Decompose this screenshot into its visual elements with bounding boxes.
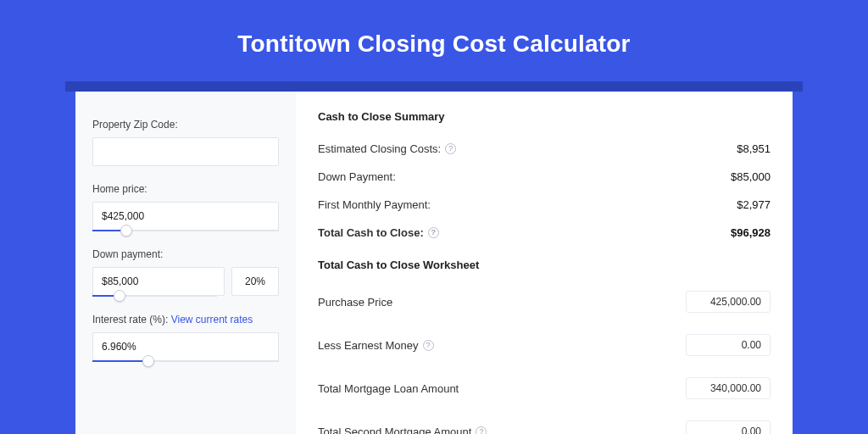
- help-icon[interactable]: ?: [423, 340, 434, 351]
- zip-input[interactable]: [92, 137, 279, 166]
- zip-label: Property Zip Code:: [92, 119, 279, 131]
- interest-rate-input[interactable]: [92, 332, 279, 361]
- help-icon[interactable]: ?: [428, 227, 439, 238]
- worksheet-row: Total Second Mortgage Amount ? 0.00: [318, 413, 771, 434]
- home-price-slider[interactable]: [92, 230, 279, 231]
- down-payment-label: Down payment:: [92, 248, 279, 260]
- worksheet-row-label: Total Mortgage Loan Amount: [318, 382, 459, 395]
- home-price-label: Home price:: [92, 183, 279, 195]
- summary-row-value: $85,000: [731, 170, 771, 183]
- calculator-card: Property Zip Code: Home price: Down paym…: [75, 92, 793, 434]
- worksheet-row-label: Total Second Mortgage Amount: [318, 426, 471, 435]
- worksheet-title: Total Cash to Close Worksheet: [318, 259, 771, 271]
- worksheet-row-value[interactable]: 340,000.00: [686, 377, 771, 399]
- summary-total-row: Total Cash to Close: ? $96,928: [318, 219, 771, 247]
- worksheet-row-value[interactable]: 0.00: [686, 334, 771, 356]
- summary-row-value: $2,977: [737, 198, 771, 211]
- worksheet: Purchase Price 425,000.00 Less Earnest M…: [318, 283, 771, 434]
- main-panel: Cash to Close Summary Estimated Closing …: [296, 92, 793, 434]
- down-payment-input[interactable]: [92, 267, 225, 296]
- view-rates-link[interactable]: View current rates: [171, 314, 253, 326]
- summary-row-label: Down Payment:: [318, 170, 396, 183]
- interest-rate-label: Interest rate (%): View current rates: [92, 314, 279, 326]
- worksheet-row-label: Less Earnest Money: [318, 339, 419, 352]
- summary-row: First Monthly Payment: $2,977: [318, 191, 771, 219]
- worksheet-row-value[interactable]: 0.00: [686, 420, 771, 434]
- slider-thumb[interactable]: [114, 290, 125, 302]
- summary-total-label: Total Cash to Close:: [318, 226, 424, 239]
- summary-row-label: Estimated Closing Costs:: [318, 142, 441, 155]
- worksheet-row: Total Mortgage Loan Amount 340,000.00: [318, 370, 771, 413]
- summary-row-label: First Monthly Payment:: [318, 198, 431, 211]
- summary-row-value: $8,951: [737, 142, 771, 155]
- input-sidebar: Property Zip Code: Home price: Down paym…: [75, 92, 296, 434]
- summary-row: Down Payment: $85,000: [318, 163, 771, 191]
- card-shadow: [65, 81, 803, 92]
- worksheet-row: Purchase Price 425,000.00: [318, 283, 771, 326]
- worksheet-row-label: Purchase Price: [318, 296, 392, 309]
- interest-rate-slider[interactable]: [92, 360, 279, 362]
- help-icon[interactable]: ?: [476, 426, 487, 435]
- down-payment-pct-input[interactable]: [231, 267, 279, 296]
- interest-rate-field: Interest rate (%): View current rates: [92, 314, 279, 362]
- interest-rate-label-text: Interest rate (%):: [92, 314, 171, 326]
- zip-field: Property Zip Code:: [92, 119, 279, 166]
- page-title: Tontitown Closing Cost Calculator: [0, 0, 868, 81]
- summary-title: Cash to Close Summary: [318, 110, 771, 123]
- help-icon[interactable]: ?: [445, 143, 456, 154]
- worksheet-row-value[interactable]: 425,000.00: [686, 291, 771, 313]
- slider-thumb[interactable]: [142, 355, 154, 367]
- section-divider: [318, 247, 771, 259]
- summary-total-value: $96,928: [731, 226, 771, 239]
- down-payment-slider[interactable]: [92, 295, 217, 297]
- worksheet-row: Less Earnest Money ? 0.00: [318, 326, 771, 370]
- down-payment-field: Down payment:: [92, 248, 279, 297]
- home-price-field: Home price:: [92, 183, 279, 231]
- slider-fill: [92, 360, 148, 362]
- slider-thumb[interactable]: [120, 225, 132, 236]
- summary-row: Estimated Closing Costs: ? $8,951: [318, 135, 771, 163]
